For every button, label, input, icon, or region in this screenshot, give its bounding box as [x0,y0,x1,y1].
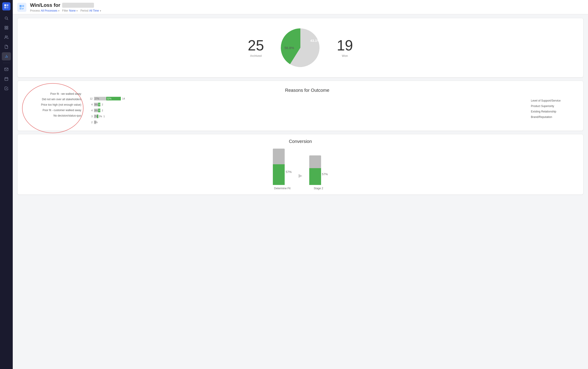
pie-chart: 56.8% 43.1% [278,25,323,70]
svg-rect-3 [7,7,8,8]
archived-stat: 25 Archived [248,38,264,58]
app-logo[interactable] [2,2,10,10]
conv-bar-group-1: 57% Determine Fit [273,149,292,190]
conversion-bars: 57% Determine Fit ▶ 57% Stage 2 [24,149,576,190]
conv-label-1: Determine Fit [274,187,290,190]
loss-reason-1: Poor fit - we walked away [29,92,84,95]
won-count: 19 [337,38,353,53]
svg-rect-18 [20,5,22,7]
count-left-1: 12 [88,97,93,100]
conv-arrow-1: ▶ [299,173,302,179]
won-stat: 19 Won [337,38,353,58]
blurred-name [62,3,94,8]
pie-lost-label: 56.8% [284,46,294,50]
sidebar-item-reports[interactable] [2,43,11,51]
count-right-1: 14 [122,97,125,100]
reason-row-1: 12 27% 32% 14 [88,97,526,101]
svg-rect-19 [22,5,24,7]
svg-rect-20 [20,8,22,10]
period-filter[interactable]: Period All Time ▾ [80,9,101,12]
sidebar-item-analytics[interactable] [2,52,11,60]
filter-filter[interactable]: Filter None ▾ [62,9,78,12]
reason-row-4: 3 7% 2% 1 [88,114,526,118]
sidebar-item-people[interactable] [2,33,11,41]
win-reason-3: Existing Relationship [531,110,576,113]
svg-line-5 [7,19,8,20]
page-content: 25 Archived 56.8% [13,14,588,369]
svg-rect-1 [7,4,8,6]
header-icon [17,3,26,12]
loss-reason-2: Did not win over all stakeholders [29,98,84,101]
sidebar-item-search[interactable] [2,14,11,22]
win-reason-1: Level of Support/Service [531,99,576,102]
conv-pct-2: 57% [322,172,328,176]
sidebar-divider-1 [3,63,10,63]
sidebar-item-calendar[interactable] [2,75,11,83]
conversion-card: Conversion 57% Determine Fit ▶ [17,134,583,195]
loss-reasons-section: Poor fit - we walked away Did not win ov… [24,88,84,122]
svg-rect-2 [4,7,6,8]
process-filter[interactable]: Process All Processes ▾ [30,9,59,12]
reasons-title: Reasons for Outcome [88,88,526,93]
svg-rect-7 [7,26,8,27]
summary-card: 25 Archived 56.8% [17,18,583,78]
svg-rect-0 [4,4,6,6]
won-label: Won [337,54,353,58]
sidebar-item-dashboard[interactable] [2,24,11,32]
svg-point-10 [5,36,7,37]
reasons-chart: Reasons for Outcome 12 27% 32% 14 4 [88,88,526,126]
archived-label: Archived [248,54,264,58]
svg-rect-14 [5,78,8,81]
conv-bar-group-2: 57% Stage 2 [309,155,328,190]
svg-rect-9 [7,28,8,29]
win-reason-2: Product Superiority [531,105,576,108]
sidebar-item-mail[interactable] [2,65,11,73]
page-header: Win/Loss for Process All Processes ▾ Fil… [13,0,588,14]
win-reasons-section: Level of Support/Service Product Superio… [531,88,576,119]
process-chevron-icon: ▾ [58,10,59,12]
archived-count: 25 [248,38,264,53]
svg-rect-8 [5,28,6,29]
conv-pct-1: 57% [286,170,292,174]
reasons-card: Poor fit - we walked away Did not win ov… [17,81,583,131]
loss-reason-3: Price too high (not enough value) [29,103,84,106]
conversion-title: Conversion [24,139,576,144]
conv-label-2: Stage 2 [314,187,323,190]
filter-chevron-icon: ▾ [76,10,78,12]
reason-row-2: 4 9% 5% 2 [88,102,526,107]
header-filters: Process All Processes ▾ Filter None ▾ Pe… [30,9,583,12]
svg-rect-6 [5,26,6,27]
win-reason-4: Brand/Reputation [531,115,576,119]
sidebar [0,0,13,369]
loss-reason-4: Poor fit - customer walked away [29,109,84,112]
reason-row-3: 4 9% 5% 2 [88,108,526,112]
pie-won-label: 43.1% [310,39,320,42]
period-chevron-icon: ▾ [100,10,101,12]
main-content: Win/Loss for Process All Processes ▾ Fil… [13,0,588,369]
page-title: Win/Loss for [30,2,583,8]
header-title-section: Win/Loss for Process All Processes ▾ Fil… [30,2,583,12]
loss-reason-5: No decision/status-quo [29,114,84,117]
sidebar-item-tasks[interactable] [2,84,11,92]
reason-row-5: 2 5% [88,120,526,124]
svg-point-4 [5,17,8,19]
loss-reason-labels: Poor fit - we walked away Did not win ov… [24,88,84,122]
